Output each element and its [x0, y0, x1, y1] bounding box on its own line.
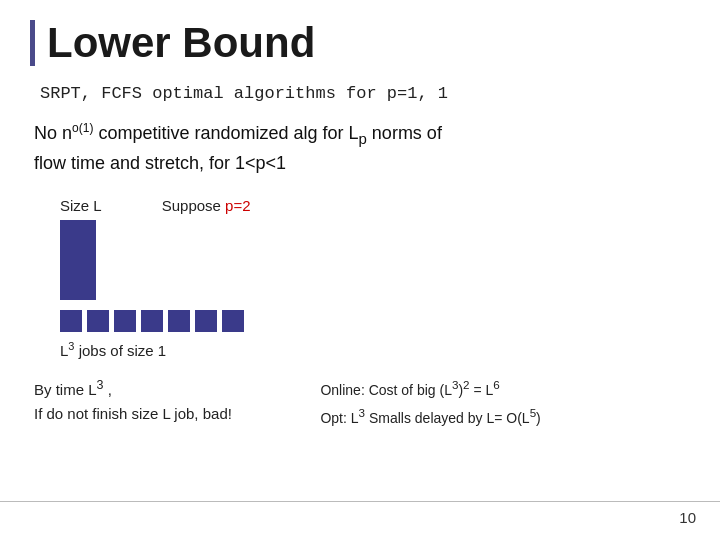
- suppose-block: Suppose p=2: [162, 197, 251, 220]
- by-time-comma: ,: [103, 381, 111, 398]
- small-rect-7: [222, 310, 244, 332]
- page-number: 10: [679, 509, 696, 526]
- main-text-sup: o(1): [72, 121, 93, 135]
- online-sup3: 6: [493, 378, 499, 391]
- online-line1-prefix: Online: Cost of big (L: [320, 382, 452, 398]
- by-time-line2: If do not finish size L job, bad!: [34, 405, 232, 422]
- bottom-divider: [0, 501, 720, 502]
- diagram-area: Size L Suppose p=2: [60, 197, 690, 300]
- suppose-label: Suppose p=2: [162, 197, 251, 214]
- subtitle: SRPT, FCFS optimal algorithms for p=1, 1: [40, 84, 690, 103]
- online-block: Online: Cost of big (L3)2 = L6 Opt: L3 S…: [320, 375, 690, 430]
- main-text-competitive: competitive randomized alg for L: [93, 123, 358, 143]
- main-text-norms: norms of: [367, 123, 442, 143]
- jobs-suffix: jobs of size 1: [74, 342, 166, 359]
- online-line1-end: = L: [470, 382, 494, 398]
- suppose-prefix: Suppose: [162, 197, 225, 214]
- small-rect-4: [141, 310, 163, 332]
- online-line2-prefix: Opt: L: [320, 409, 358, 425]
- small-rect-5: [168, 310, 190, 332]
- size-l-block: Size L: [60, 197, 102, 300]
- main-text-no: No n: [34, 123, 72, 143]
- bottom-row: By time L3 , If do not finish size L job…: [34, 375, 690, 430]
- main-text-flow: flow time and stretch, for 1<p<1: [34, 153, 286, 173]
- small-rects-row: [60, 310, 690, 332]
- lp-subscript: p: [359, 130, 367, 147]
- small-rect-2: [87, 310, 109, 332]
- small-rect-1: [60, 310, 82, 332]
- small-rect-3: [114, 310, 136, 332]
- online-line2-end: Smalls delayed by L= O(L: [365, 409, 530, 425]
- big-rectangle: [60, 220, 96, 300]
- size-l-label: Size L: [60, 197, 102, 214]
- online-line2-close: ): [536, 409, 541, 425]
- suppose-p2: p=2: [225, 197, 250, 214]
- jobs-label: L3 jobs of size 1: [60, 340, 690, 359]
- main-text: No no(1) competitive randomized alg for …: [34, 119, 690, 177]
- small-rect-6: [195, 310, 217, 332]
- slide-container: Lower Bound SRPT, FCFS optimal algorithm…: [0, 0, 720, 540]
- by-time-block: By time L3 , If do not finish size L job…: [34, 375, 280, 430]
- slide-title: Lower Bound: [30, 20, 690, 66]
- by-time-line1: By time L: [34, 381, 97, 398]
